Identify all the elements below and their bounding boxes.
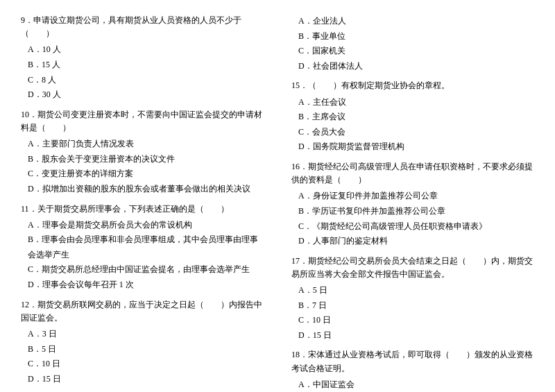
option-item: B．股东会关于变更注册资本的决议文件	[28, 152, 264, 167]
question-17: 17．期货经纪公司交易所会员大会结束之日起（ ）内，期货交易所应当将大会全部文件…	[291, 255, 534, 343]
option-item: D．国务院期货监督管理机构	[298, 139, 534, 155]
option-item: C．10 日	[298, 313, 534, 328]
option-item: A．中国证监会	[298, 377, 534, 392]
question-11: 11．关于期货交易所理事会，下列表述正确的是（ ） A．理事会是期货交易所会员大…	[21, 203, 264, 293]
question-14-options-block: A．企业法人 B．事业单位 C．国家机关 D．社会团体法人	[291, 14, 534, 74]
option-item: D．15 日	[28, 372, 264, 387]
question-16: 16．期货经纪公司高级管理人员在申请任职资格时，不要求必须提供的资料是（ ） A…	[291, 160, 534, 249]
question-12: 12．期货交易所联网交易的，应当于决定之日起（ ）内报告中国证监会。 A．3 日…	[21, 298, 264, 387]
question-9-title: 9．申请设立期货公司，具有期货从业人员资格的人员不少于（ ）	[21, 14, 264, 40]
question-15-title: 15．（ ）有权制定期货业协会的章程。	[291, 79, 534, 92]
option-item: D．理事会会议每年召开 1 次	[28, 278, 264, 293]
question-18-title: 18．宋体通过从业资格考试后，即可取得（ ）颁发的从业资格考试合格证明。	[291, 348, 534, 375]
question-10-options: A．主要部门负责人情况发表 B．股东会关于变更注册资本的决议文件 C．变更注册资…	[21, 137, 264, 196]
question-16-title: 16．期货经纪公司高级管理人员在申请任职资格时，不要求必须提供的资料是（ ）	[291, 160, 534, 187]
option-item: D．15 日	[298, 328, 534, 343]
option-item: C．8 人	[28, 73, 264, 88]
option-item: B．15 人	[28, 58, 264, 73]
option-item: C．期货交易所总经理由中国证监会提名，由理事会选举产生	[28, 262, 264, 278]
option-item: B．理事会由会员理事和非会员理事组成，其中会员理事由理事会选举产生	[28, 232, 264, 262]
option-item: B．主席会议	[298, 110, 534, 125]
option-item: B．事业单位	[298, 29, 534, 44]
question-11-title: 11．关于期货交易所理事会，下列表述正确的是（ ）	[21, 203, 264, 216]
question-9: 9．申请设立期货公司，具有期货从业人员资格的人员不少于（ ） A．10 人 B．…	[21, 14, 264, 103]
option-item: C．会员大会	[298, 125, 534, 140]
left-column: 9．申请设立期货公司，具有期货从业人员资格的人员不少于（ ） A．10 人 B．…	[21, 14, 271, 392]
option-item: A．理事会是期货交易所会员大会的常设机构	[28, 218, 264, 233]
question-15: 15．（ ）有权制定期货业协会的章程。 A．主任会议 B．主席会议 C．会员大会…	[291, 79, 534, 155]
option-item: A．10 人	[28, 42, 264, 58]
question-10: 10．期货公司变更注册资本时，不需要向中国证监会提交的申请材料是（ ） A．主要…	[21, 108, 264, 197]
question-17-title: 17．期货经纪公司交易所会员大会结束之日起（ ）内，期货交易所应当将大会全部文件…	[291, 255, 534, 281]
option-item: C．变更注册资本的详细方案	[28, 167, 264, 182]
option-item: B．7 日	[298, 298, 534, 314]
question-12-options: A．3 日 B．5 日 C．10 日 D．15 日	[21, 327, 264, 386]
option-item: A．企业法人	[298, 14, 534, 29]
question-9-options: A．10 人 B．15 人 C．8 人 D．30 人	[21, 42, 264, 102]
option-item: D．人事部门的鉴定材料	[298, 234, 534, 249]
option-item: C．国家机关	[298, 44, 534, 59]
option-item: D．30 人	[28, 87, 264, 103]
question-17-options: A．5 日 B．7 日 C．10 日 D．15 日	[291, 283, 534, 343]
option-item: C．10 日	[28, 357, 264, 372]
right-column: A．企业法人 B．事业单位 C．国家机关 D．社会团体法人 15．（ ）有权制定…	[284, 14, 534, 392]
question-18-options: A．中国证监会 B．中国期货业协会 C．期货交易所 D．商务部	[291, 377, 534, 392]
option-item: A．身份证复印件并加盖推荐公司公章	[298, 189, 534, 204]
option-item: A．主要部门负责人情况发表	[28, 137, 264, 152]
option-item: A．主任会议	[298, 95, 534, 110]
option-item: A．3 日	[28, 327, 264, 342]
option-item: A．5 日	[298, 283, 534, 298]
question-10-title: 10．期货公司变更注册资本时，不需要向中国证监会提交的申请材料是（ ）	[21, 108, 264, 135]
question-15-options: A．主任会议 B．主席会议 C．会员大会 D．国务院期货监督管理机构	[291, 95, 534, 155]
option-item: D．社会团体法人	[298, 59, 534, 74]
option-item: C．《期货经纪公司高级管理人员任职资格申请表》	[298, 219, 534, 235]
question-14-options: A．企业法人 B．事业单位 C．国家机关 D．社会团体法人	[291, 14, 534, 74]
question-16-options: A．身份证复印件并加盖推荐公司公章 B．学历证书复印件并加盖推荐公司公章 C．《…	[291, 189, 534, 248]
question-12-title: 12．期货交易所联网交易的，应当于决定之日起（ ）内报告中国证监会。	[21, 298, 264, 325]
option-item: B．5 日	[28, 342, 264, 357]
page-container: 9．申请设立期货公司，具有期货从业人员资格的人员不少于（ ） A．10 人 B．…	[0, 0, 555, 392]
question-11-options: A．理事会是期货交易所会员大会的常设机构 B．理事会由会员理事和非会员理事组成，…	[21, 218, 264, 293]
option-item: B．学历证书复印件并加盖推荐公司公章	[298, 204, 534, 219]
option-item: D．拟增加出资额的股东的股东会或者董事会做出的相关决议	[28, 182, 264, 197]
content-grid: 9．申请设立期货公司，具有期货从业人员资格的人员不少于（ ） A．10 人 B．…	[21, 14, 534, 392]
question-18: 18．宋体通过从业资格考试后，即可取得（ ）颁发的从业资格考试合格证明。 A．中…	[291, 348, 534, 392]
